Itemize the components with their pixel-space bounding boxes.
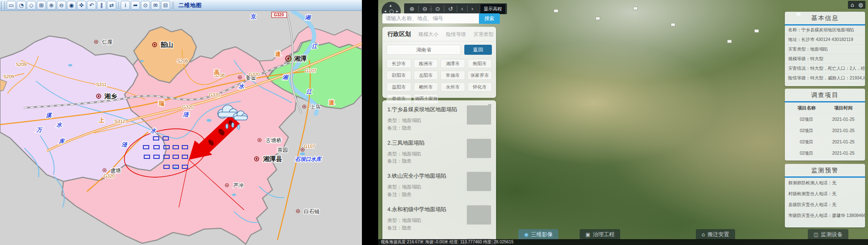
mode-button-icon: ▣ bbox=[585, 232, 590, 237]
pan-left-icon[interactable]: ◂ bbox=[384, 9, 386, 13]
search-input[interactable] bbox=[382, 13, 482, 23]
mode-button-label: 三维影像 bbox=[531, 231, 552, 238]
mode-button-4[interactable]: ◫监测设备 bbox=[808, 229, 848, 240]
measure-polygon-icon[interactable]: ◇ bbox=[27, 1, 36, 10]
survey-row[interactable]: 02项目2021-01-25 bbox=[785, 159, 865, 161]
city-button[interactable]: 湘潭市 bbox=[440, 59, 465, 68]
pan-icon[interactable]: ✜ bbox=[77, 1, 86, 10]
info-row: 地址：长沙市 430124 430182119 bbox=[785, 35, 865, 45]
mode-button-icon: ◉ bbox=[524, 232, 528, 237]
map-label: 韶山 bbox=[160, 41, 173, 48]
survey-projects-panel: 调查项目 项目名称 项目时间 02项目2021-01-2502项目2021-01… bbox=[785, 89, 865, 161]
next-icon[interactable]: › bbox=[467, 5, 478, 12]
map-label: 涟 bbox=[183, 111, 189, 117]
map-2d-toolbar: ▭◔◇⊞⊕⊖◉✜↶‖⇄i➦⊙✉⊟ 二维地图 bbox=[0, 0, 362, 11]
province-button[interactable]: 湖南省 bbox=[387, 45, 461, 55]
disaster-list-item[interactable]: 1.宁乡县煤炭坝地区地面塌陷类型：地面塌陷备注：隐患 bbox=[382, 100, 496, 134]
mode-button-1[interactable]: ◉三维影像 bbox=[518, 229, 558, 240]
map-label: 虞塘 bbox=[110, 168, 121, 174]
measure-area-icon[interactable]: ◔ bbox=[17, 1, 26, 10]
province-row: 湖南省 返回 bbox=[382, 41, 496, 56]
zoom-in-icon[interactable]: ⊕ bbox=[406, 5, 418, 12]
globe-icon[interactable]: ◉ bbox=[67, 1, 76, 10]
city-button[interactable]: 衡阳市 bbox=[468, 59, 492, 68]
globe-icon[interactable]: ◍ bbox=[858, 2, 863, 8]
map-2d-canvas[interactable]: 韶山湘乡湘潭湘潭县仁厚姜畲上马古塘桥茶园严冲白石铺虞塘S209S209S311S… bbox=[0, 11, 362, 245]
grid-icon[interactable]: ⊞ bbox=[37, 1, 46, 10]
city-button[interactable]: 永州市 bbox=[440, 82, 465, 92]
pause-icon[interactable]: ‖ bbox=[97, 1, 106, 10]
map-label: 速 bbox=[275, 51, 281, 57]
map-label: S208 bbox=[177, 59, 188, 64]
filter-tab-3[interactable]: 险情等级 bbox=[446, 31, 466, 38]
zoom-previous-icon[interactable]: ↶ bbox=[87, 1, 96, 10]
home-icon[interactable]: ⌂ bbox=[850, 2, 854, 8]
city-button[interactable]: 邵阳市 bbox=[387, 71, 411, 80]
survey-project-name: 02项目 bbox=[788, 139, 825, 145]
survey-row[interactable]: 02项目2021-01-25 bbox=[785, 137, 865, 148]
zoom-out-icon[interactable]: ⊖ bbox=[418, 5, 431, 12]
toolbar-grip[interactable] bbox=[1, 2, 5, 9]
view-toolbar: ⊕⊖⊙↺‹› 显示高程 bbox=[404, 3, 507, 14]
basic-info-title: 基本信息 bbox=[785, 12, 865, 26]
map-mode-label: 二维地图 bbox=[178, 2, 202, 9]
zoom-in-icon[interactable]: ⊕ bbox=[47, 1, 56, 10]
survey-row[interactable]: 02项目2021-01-25 bbox=[785, 148, 865, 159]
survey-row[interactable]: 02项目2021-01-25 bbox=[785, 125, 865, 137]
disaster-thumbnail bbox=[467, 205, 491, 225]
disaster-list-item[interactable]: 4.永和初级中学地面塌陷类型：地面塌陷备注：隐患 bbox=[382, 200, 496, 234]
city-button[interactable]: 岳阳市 bbox=[414, 71, 438, 80]
city-button[interactable]: 郴州市 bbox=[414, 82, 438, 92]
filter-panel: 行政区划规模大小险情等级灾害类型 湖南省 返回 长沙市株洲市湘潭市衡阳市邵阳市岳… bbox=[382, 27, 496, 98]
survey-projects-title: 调查项目 bbox=[785, 89, 865, 102]
zoom-out-icon[interactable]: ⊖ bbox=[57, 1, 66, 10]
mode-button-icon: ⌂ bbox=[702, 232, 705, 237]
city-button[interactable]: 益阳市 bbox=[387, 82, 411, 92]
map-label: 瑞 bbox=[158, 100, 165, 107]
coordinates-status-bar: 视角海拔高度:216.67米 海拔:-0.00米 经度: 113.777460 … bbox=[378, 239, 868, 245]
filter-tab-2[interactable]: 规模大小 bbox=[418, 31, 438, 38]
filter-tab-1[interactable]: 行政区划 bbox=[387, 31, 411, 38]
map-2d-window: ▭◔◇⊞⊕⊖◉✜↶‖⇄i➦⊙✉⊟ 二维地图 bbox=[0, 0, 362, 245]
map-label: 高 bbox=[214, 69, 220, 76]
map-label: G320 bbox=[209, 92, 220, 97]
monitor-line: 县级防灾责任人电话：无 bbox=[785, 199, 865, 210]
survey-row[interactable]: 02项目2021-01-25 bbox=[785, 114, 865, 125]
map-label: 速 bbox=[328, 99, 335, 106]
disaster-thumbnail bbox=[467, 172, 491, 191]
measure-distance-icon[interactable]: ▭ bbox=[7, 1, 16, 10]
city-button[interactable]: 长沙市 bbox=[387, 59, 411, 68]
rotate-icon[interactable]: ↺ bbox=[444, 5, 457, 12]
city-button[interactable]: 常德市 bbox=[440, 71, 465, 80]
print-icon[interactable]: ⊟ bbox=[161, 1, 170, 10]
swap-icon[interactable]: ⇄ bbox=[107, 1, 116, 10]
map-label: G107 bbox=[305, 68, 316, 73]
mail-icon[interactable]: ✉ bbox=[151, 1, 160, 10]
filter-tab-4[interactable]: 灾害类型 bbox=[473, 31, 494, 38]
export-icon[interactable]: ➦ bbox=[131, 1, 140, 10]
pan-up-icon[interactable]: ▴ bbox=[389, 3, 392, 8]
city-button[interactable]: 张家界市 bbox=[468, 71, 492, 80]
pan-right-icon[interactable]: ▸ bbox=[396, 9, 398, 13]
map-label: 茶园 bbox=[277, 147, 288, 153]
map-label: 石坝口水库 bbox=[295, 156, 322, 162]
reset-view-icon[interactable]: ⊙ bbox=[431, 5, 444, 12]
mode-button-label: 监测设备 bbox=[821, 231, 843, 238]
disaster-list-item[interactable]: 3.铁山完全小学地面塌陷类型：地面塌陷备注：隐患 bbox=[382, 167, 496, 200]
map-label: 湘乡 bbox=[104, 92, 117, 100]
monitor-warning-title: 监测预警 bbox=[785, 164, 865, 178]
city-button[interactable]: 株洲市 bbox=[414, 59, 438, 68]
info-icon[interactable]: i bbox=[121, 1, 130, 10]
city-grid: 长沙市株洲市湘潭市衡阳市邵阳市岳阳市常德市张家界市益阳市郴州市永州市怀化市娄底市… bbox=[382, 56, 496, 106]
save-icon[interactable]: ⊙ bbox=[141, 1, 150, 10]
back-button[interactable]: 返回 bbox=[464, 45, 492, 55]
search-button[interactable]: 搜索 bbox=[479, 13, 500, 24]
prev-icon[interactable]: ‹ bbox=[457, 5, 467, 12]
map-label: 溪 bbox=[46, 112, 52, 118]
mode-button-3[interactable]: ⌂搬迁安置 bbox=[696, 229, 735, 240]
mode-button-2[interactable]: ▣治理工程 bbox=[580, 229, 620, 240]
show-elevation-button[interactable]: 显示高程 bbox=[480, 4, 505, 14]
disaster-list-item[interactable]: 2.三凤地面塌陷类型：地面塌陷备注：隐患 bbox=[382, 134, 496, 167]
toolbar-separator bbox=[172, 2, 174, 9]
city-button[interactable]: 怀化市 bbox=[468, 82, 492, 92]
